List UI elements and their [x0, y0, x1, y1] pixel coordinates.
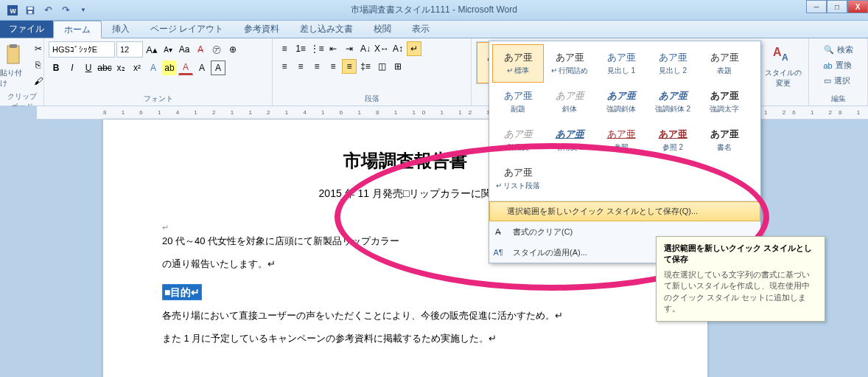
popup-style-item[interactable]: あア亜強調太字: [699, 83, 750, 121]
maximize-button[interactable]: □: [827, 0, 847, 13]
popup-style-item[interactable]: あア亜書名: [699, 121, 750, 159]
increase-indent-button[interactable]: ⇥: [342, 41, 357, 56]
popup-style-item[interactable]: あア亜見出し 1: [595, 44, 647, 83]
font-name-select[interactable]: [49, 41, 115, 58]
text-effect-button[interactable]: A: [146, 60, 161, 75]
popup-style-grid: あア亜↵ 標準あア亜↵ 行間詰めあア亜見出し 1あア亜見出し 2あア亜表題あア亜…: [489, 41, 760, 201]
font-size-select[interactable]: [116, 41, 143, 58]
copy-button[interactable]: ⎘: [31, 58, 46, 72]
replace-icon: ab: [824, 61, 833, 70]
change-case-button[interactable]: Aa: [177, 42, 192, 57]
clear-format-button[interactable]: A̶: [193, 42, 208, 57]
save-selection-label: 選択範囲を新しいクイック スタイルとして保存(Q)...: [507, 206, 698, 217]
cut-button[interactable]: ✂: [31, 41, 46, 56]
align-left-button[interactable]: ≡: [277, 59, 292, 74]
popup-style-item[interactable]: あア亜表題: [699, 44, 750, 83]
align-center-button[interactable]: ≡: [293, 59, 308, 74]
popup-style-item[interactable]: あア亜見出し 2: [647, 44, 699, 83]
paste-label: 貼り付け: [0, 68, 27, 89]
paste-button[interactable]: 貼り付け: [0, 41, 28, 90]
popup-style-item[interactable]: あア亜斜体: [544, 83, 595, 121]
tooltip-body: 現在選択している文字列の書式に基づいて新しいスタイルを作成し、現在使用中のクイッ…: [664, 269, 817, 315]
align-right-button[interactable]: ≡: [309, 59, 324, 74]
popup-style-item[interactable]: あア亜副題: [492, 83, 544, 121]
find-button[interactable]: 🔍検索: [821, 43, 856, 57]
justify-button[interactable]: ≡: [326, 59, 340, 74]
line-spacing-button[interactable]: ‡≡: [358, 59, 373, 74]
enclose-char-button[interactable]: ⊕: [225, 42, 240, 57]
find-icon: 🔍: [824, 45, 834, 55]
multilevel-button[interactable]: ⋮≡: [309, 41, 324, 56]
ribbon-tabs: ファイル ホーム 挿入 ページ レイアウト 参考資料 差し込み文書 校閲 表示: [0, 21, 868, 38]
tab-view[interactable]: 表示: [402, 20, 440, 38]
change-styles-button[interactable]: AA スタイルの 変更: [763, 41, 804, 90]
superscript-button[interactable]: x²: [130, 60, 144, 75]
show-marks-button[interactable]: ↵: [407, 41, 421, 56]
grow-font-button[interactable]: A▴: [144, 42, 159, 57]
popup-style-item[interactable]: あア亜↵ リスト段落: [492, 159, 544, 198]
tab-mailings[interactable]: 差し込み文書: [290, 20, 363, 38]
popup-style-item[interactable]: あア亜強調斜体 2: [647, 83, 699, 121]
underline-button[interactable]: U: [81, 60, 96, 75]
clear-format-label: 書式のクリア(C): [513, 226, 573, 238]
shrink-font-button[interactable]: A▾: [161, 42, 175, 57]
shading-button[interactable]: ◫: [374, 59, 389, 74]
tab-insert[interactable]: 挿入: [102, 20, 140, 38]
char-border-button[interactable]: A: [211, 60, 225, 75]
group-clipboard: 貼り付け ✂ ⎘ 🖌 クリップボード: [0, 38, 44, 106]
qat-dropdown[interactable]: ▼: [75, 2, 91, 18]
select-icon: ▭: [824, 76, 831, 86]
phonetic-guide-button[interactable]: ㋐: [209, 42, 224, 57]
doc-heading1: ■目的↵: [162, 284, 202, 300]
sort-button[interactable]: A↕: [391, 41, 405, 56]
save-button[interactable]: [22, 2, 38, 18]
doc-para2: 各売り場において直接ユーザーの声をいただくことにより、今後の販売促進に活かすため…: [162, 307, 648, 325]
highlight-button[interactable]: ab: [162, 60, 177, 75]
bullets-button[interactable]: ≡: [277, 41, 292, 56]
group-editing: 🔍検索 ab置換 ▭選択 編集: [809, 38, 868, 106]
decrease-indent-button[interactable]: ⇤: [326, 41, 340, 56]
distribute-button[interactable]: ≡: [342, 59, 357, 74]
popup-style-item[interactable]: あア亜参照: [595, 121, 647, 159]
font-label: フォント: [144, 92, 173, 104]
subscript-button[interactable]: x₂: [113, 60, 128, 75]
popup-style-item[interactable]: あア亜強調斜体: [595, 83, 647, 121]
strike-button[interactable]: abc: [97, 60, 112, 75]
apply-style-label: スタイルの適用(A)...: [513, 247, 587, 258]
tab-home[interactable]: ホーム: [53, 21, 102, 38]
group-font: A▴ A▾ Aa A̶ ㋐ ⊕ B I U abc x₂ x² A ab A A…: [44, 38, 273, 106]
popup-style-item[interactable]: あア亜参照 2: [647, 121, 699, 159]
file-tab[interactable]: ファイル: [0, 20, 53, 38]
replace-button[interactable]: ab置換: [821, 58, 856, 72]
char-shading-button[interactable]: A: [195, 60, 209, 75]
undo-button[interactable]: ↶: [40, 2, 56, 18]
popup-style-item[interactable]: あア亜↵ 標準: [492, 44, 544, 83]
minimize-button[interactable]: ─: [806, 0, 827, 13]
borders-button[interactable]: ⊞: [391, 59, 405, 74]
italic-button[interactable]: I: [65, 60, 80, 75]
sort-text-button[interactable]: A↓: [358, 41, 373, 56]
save-selection-as-style[interactable]: 選択範囲を新しいクイック スタイルとして保存(Q)...: [489, 201, 760, 221]
popup-style-item[interactable]: あア亜引用文: [492, 121, 544, 159]
style-gallery-popup: あア亜↵ 標準あア亜↵ 行間詰めあア亜見出し 1あア亜見出し 2あア亜表題あア亜…: [489, 41, 761, 263]
svg-rect-6: [10, 44, 17, 48]
popup-style-item[interactable]: あア亜↵ 行間詰め: [544, 44, 595, 83]
svg-rect-4: [28, 10, 32, 13]
bold-button[interactable]: B: [49, 60, 63, 75]
svg-text:W: W: [10, 7, 17, 14]
tab-pagelayout[interactable]: ページ レイアウト: [140, 20, 234, 38]
numbering-button[interactable]: 1≡: [293, 41, 308, 56]
word-icon[interactable]: W: [4, 2, 21, 18]
clear-format-icon: A̶: [492, 226, 504, 238]
redo-button[interactable]: ↷: [57, 2, 74, 18]
tab-review[interactable]: 校閲: [363, 20, 402, 38]
close-button[interactable]: X: [847, 0, 868, 13]
quick-access-toolbar: W ↶ ↷ ▼: [0, 2, 91, 18]
select-button[interactable]: ▭選択: [821, 74, 856, 88]
window-controls: ─ □ X: [806, 0, 868, 13]
font-color-button[interactable]: A: [178, 60, 193, 75]
popup-style-item[interactable]: あア亜引用文 2: [544, 121, 595, 159]
tab-references[interactable]: 参考資料: [234, 20, 290, 38]
ltr-button[interactable]: X↔: [374, 41, 389, 56]
format-painter-button[interactable]: 🖌: [31, 74, 46, 89]
